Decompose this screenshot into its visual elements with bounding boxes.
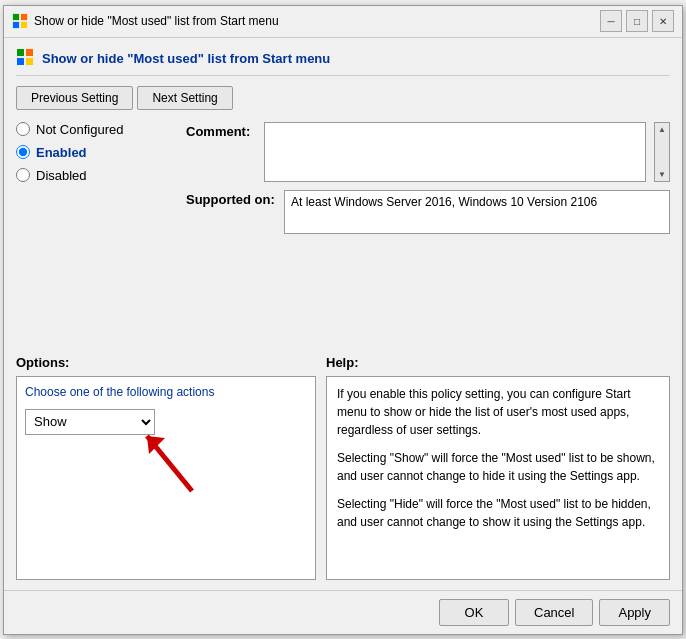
policy-title: Show or hide "Most used" list from Start… (42, 51, 330, 66)
comment-scrollbar[interactable]: ▲ ▼ (654, 122, 670, 182)
title-bar: Show or hide "Most used" list from Start… (4, 6, 682, 38)
svg-rect-6 (17, 58, 24, 65)
radio-disabled-label: Disabled (36, 168, 87, 183)
supported-row: Supported on: At least Windows Server 20… (186, 190, 670, 234)
title-bar-left: Show or hide "Most used" list from Start… (12, 13, 279, 29)
svg-rect-5 (26, 49, 33, 56)
options-panel: Options: Choose one of the following act… (16, 355, 316, 580)
svg-rect-4 (17, 49, 24, 56)
radio-not-configured[interactable]: Not Configured (16, 122, 186, 137)
radio-enabled-label: Enabled (36, 145, 87, 160)
svg-rect-3 (21, 22, 27, 28)
help-paragraph-3: Selecting "Hide" will force the "Most us… (337, 495, 659, 531)
right-panel: Comment: ▲ ▼ Supported on: At least Wind… (186, 122, 670, 347)
main-section: Not Configured Enabled Disabled Comment: (16, 122, 670, 347)
help-box: If you enable this policy setting, you c… (326, 376, 670, 580)
supported-value: At least Windows Server 2016, Windows 10… (284, 190, 670, 234)
svg-rect-2 (13, 22, 19, 28)
svg-rect-7 (26, 58, 33, 65)
close-button[interactable]: ✕ (652, 10, 674, 32)
left-panel: Not Configured Enabled Disabled (16, 122, 186, 347)
radio-not-configured-label: Not Configured (36, 122, 123, 137)
cancel-button[interactable]: Cancel (515, 599, 593, 626)
help-paragraph-2: Selecting "Show" will force the "Most us… (337, 449, 659, 485)
comment-row: Comment: ▲ ▼ (186, 122, 670, 182)
window-title: Show or hide "Most used" list from Start… (34, 14, 279, 28)
window-icon (12, 13, 28, 29)
next-setting-button[interactable]: Next Setting (137, 86, 232, 110)
red-arrow (127, 416, 207, 499)
supported-label: Supported on: (186, 190, 276, 207)
previous-setting-button[interactable]: Previous Setting (16, 86, 133, 110)
radio-group: Not Configured Enabled Disabled (16, 122, 186, 183)
help-panel: Help: If you enable this policy setting,… (326, 355, 670, 580)
radio-enabled-input[interactable] (16, 145, 30, 159)
restore-button[interactable]: □ (626, 10, 648, 32)
options-title: Options: (16, 355, 316, 370)
radio-disabled-input[interactable] (16, 168, 30, 182)
svg-rect-0 (13, 14, 19, 20)
scroll-up-arrow[interactable]: ▲ (656, 123, 668, 136)
radio-disabled[interactable]: Disabled (16, 168, 186, 183)
minimize-button[interactable]: ─ (600, 10, 622, 32)
scroll-down-arrow[interactable]: ▼ (656, 168, 668, 181)
policy-header: Show or hide "Most used" list from Start… (16, 48, 670, 76)
title-controls: ─ □ ✕ (600, 10, 674, 32)
options-box: Choose one of the following actions Show… (16, 376, 316, 580)
nav-buttons: Previous Setting Next Setting (16, 86, 670, 110)
content-area: Show or hide "Most used" list from Start… (4, 38, 682, 590)
policy-icon (16, 48, 34, 69)
comment-label: Comment: (186, 122, 256, 139)
radio-enabled[interactable]: Enabled (16, 145, 186, 160)
comment-textarea[interactable] (264, 122, 646, 182)
svg-rect-1 (21, 14, 27, 20)
options-instruction: Choose one of the following actions (25, 385, 307, 399)
help-title: Help: (326, 355, 670, 370)
footer: OK Cancel Apply (4, 590, 682, 634)
radio-not-configured-input[interactable] (16, 122, 30, 136)
lower-section: Options: Choose one of the following act… (16, 355, 670, 580)
ok-button[interactable]: OK (439, 599, 509, 626)
main-window: Show or hide "Most used" list from Start… (3, 5, 683, 635)
help-paragraph-1: If you enable this policy setting, you c… (337, 385, 659, 439)
apply-button[interactable]: Apply (599, 599, 670, 626)
